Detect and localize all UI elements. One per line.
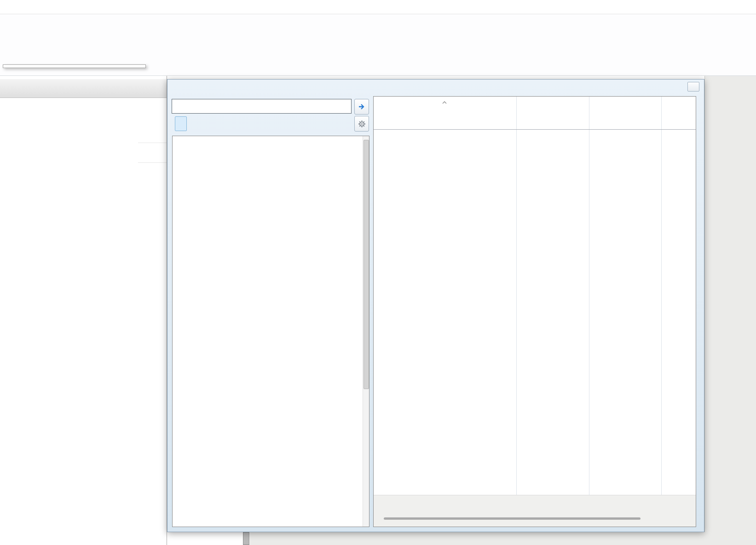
search-go-button[interactable] — [354, 99, 369, 115]
tab-search-libraries[interactable] — [175, 116, 187, 131]
3d-viewport-right[interactable] — [704, 75, 756, 545]
tree-scrollbar[interactable] — [363, 136, 369, 527]
tab-search-items[interactable] — [237, 116, 248, 131]
arrow-right-icon — [358, 103, 366, 111]
sort-ascending-icon — [442, 98, 447, 106]
scrollbar-thumb[interactable] — [384, 517, 641, 520]
column-header-note[interactable] — [661, 97, 696, 116]
3d-viewport-bottom[interactable] — [250, 532, 756, 545]
window-edge — [243, 532, 249, 545]
filter-row — [374, 116, 696, 130]
divider — [138, 162, 167, 163]
app-window — [0, 0, 756, 545]
project-sidebar — [0, 75, 167, 545]
table-header — [374, 97, 696, 116]
library-items-table — [373, 96, 696, 527]
search-input[interactable] — [172, 99, 352, 114]
libraries-dropdown-menu — [3, 64, 146, 68]
menu-bar — [0, 0, 756, 14]
gear-icon — [358, 120, 366, 128]
horizontal-scrollbar[interactable] — [374, 495, 696, 527]
sidebar-header — [0, 79, 167, 98]
library-tree-panel — [172, 136, 369, 527]
column-divider — [516, 97, 517, 495]
scrollbar-thumb[interactable] — [364, 140, 369, 389]
close-icon[interactable] — [687, 82, 699, 92]
vertex-bd-pro-dialog — [167, 79, 704, 532]
divider — [138, 143, 167, 143]
settings-gear-button[interactable] — [354, 116, 369, 132]
column-divider — [661, 97, 662, 495]
column-divider — [589, 97, 589, 495]
column-header-description[interactable] — [516, 97, 589, 116]
column-header-active[interactable] — [589, 97, 661, 116]
